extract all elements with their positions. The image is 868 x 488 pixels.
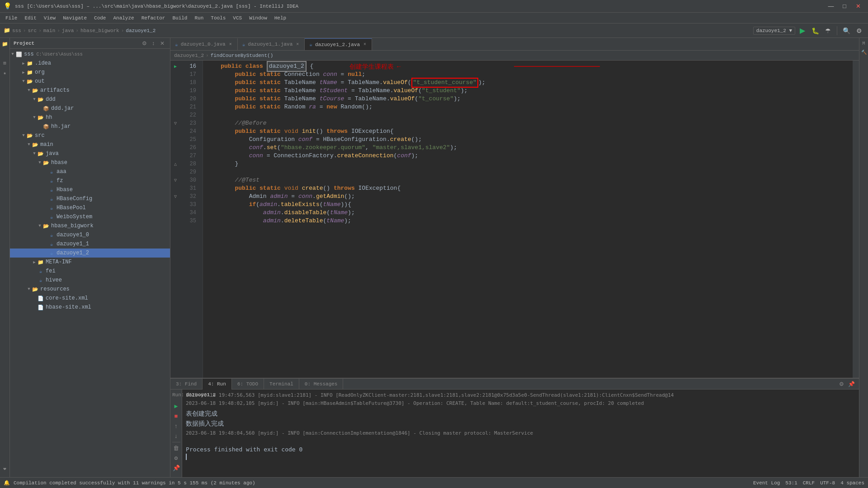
editor-scrollbar[interactable] [853,61,859,378]
left-icon-structure[interactable]: ⊞ [1,59,9,67]
search-everywhere-button[interactable]: 🔍 [841,25,852,36]
tree-item-main[interactable]: ▼ 📂 main [10,140,170,149]
bottom-tab-terminal[interactable]: Terminal [264,379,299,389]
bottom-tab-messages[interactable]: 0: Messages [299,379,344,389]
tree-item-out[interactable]: ▼ 📂 out [10,77,170,86]
tree-item-ddd[interactable]: ▼ 📂 ddd [10,95,170,104]
editor-breadcrumb-method[interactable]: findCourseByStudent() [211,53,274,58]
minimize-button[interactable]: — [825,1,837,11]
status-event-log[interactable]: Event Log [753,480,780,486]
log-line-success1: 表创建完成 [186,409,855,418]
run-scroll-up[interactable]: ↑ [171,421,181,431]
tab-dazuoye1_1[interactable]: ☕ dazuoye1_1.java × [238,38,305,50]
tree-item-src[interactable]: ▼ 📂 src [10,131,170,140]
tree-item-fz[interactable]: ☕ fz [10,176,170,185]
tree-item-hh-jar[interactable]: 📦 hh.jar [10,122,170,131]
tree-item-java[interactable]: ▼ 📂 java [10,149,170,158]
folder-icon: 📂 [37,96,44,103]
run-configuration[interactable]: dazuoye1_2 ▼ [753,27,795,35]
tree-item-Hbase[interactable]: ☕ Hbase [10,185,170,194]
tree-item-hbase[interactable]: ▼ 📂 hbase [10,158,170,167]
left-icon-favorites[interactable]: ❤ [1,465,9,473]
code-editor[interactable]: public class dazuoye1_2 { 创建学生课程表 ← publ… [203,61,853,378]
tree-item-org[interactable]: ▶ 📁 org [10,68,170,77]
status-encoding[interactable]: UTF-8 [820,480,835,486]
tree-item-artifacts[interactable]: ▼ 📂 artifacts [10,86,170,95]
run-output[interactable]: 2023-06-18 19:47:56,563 [myid:slave1:218… [182,389,859,477]
tree-item-fei[interactable]: ☕ fei [10,267,170,276]
close-button[interactable]: ✕ [852,1,864,11]
menu-vcs[interactable]: VCS [229,14,245,22]
menu-view[interactable]: View [40,14,59,22]
panel-pin-btn[interactable]: 📌 [847,380,855,388]
tree-item-sss[interactable]: ▼ ⬜ sss C:\Users\Asus\sss [10,50,170,59]
tree-item-dazuoye1_1[interactable]: ☕ dazuoye1_1 [10,239,170,249]
tree-item-dazuoye1_2[interactable]: ☕ dazuoye1_2 [10,249,170,258]
menu-help[interactable]: Help [271,14,290,22]
run-button[interactable]: ▶ [797,25,808,36]
tree-item-dazuoye1_0[interactable]: ☕ dazuoye1_0 [10,230,170,239]
tree-item-hbase_bigwork[interactable]: ▼ 📂 hbase_bigwork [10,221,170,230]
panel-settings-btn[interactable]: ⚙ [837,380,845,388]
run-rerun-button[interactable]: ▶ [171,401,181,411]
menu-build[interactable]: Build [169,14,191,22]
breadcrumb-hbase_bigwork[interactable]: hbase_bigwork [80,28,119,33]
tree-item-idea[interactable]: ▶ 📁 .idea [10,59,170,68]
menu-refactor[interactable]: Refactor [138,14,169,22]
tree-item-aaa[interactable]: ☕ aaa [10,167,170,176]
coverage-button[interactable]: ☂ [822,25,833,36]
tab-dazuoye1_0[interactable]: ☕ dazuoye1_0.java × [170,38,238,50]
left-icon-bookmarks[interactable]: ★ [1,69,9,77]
editor-breadcrumb-class[interactable]: dazuoye1_2 [174,53,204,58]
tree-item-core-site[interactable]: 📄 core-site.xml [10,294,170,303]
tree-item-META-INF[interactable]: ▶ 📁 META-INF [10,258,170,267]
menu-run[interactable]: Run [191,14,207,22]
breadcrumb-main[interactable]: main [43,28,55,33]
tab-close-button[interactable]: × [295,42,300,47]
bottom-tab-todo[interactable]: 6: TODO [232,379,264,389]
run-settings-button[interactable]: ⚙ [171,453,181,463]
menu-code[interactable]: Code [90,14,109,22]
menu-analyze[interactable]: Analyze [109,14,137,22]
tree-item-ddd-jar[interactable]: 📦 ddd.jar [10,104,170,113]
status-crlf[interactable]: CRLF [803,480,815,486]
tree-item-HBasePool[interactable]: ☕ HBasePool [10,203,170,212]
tree-item-hivee[interactable]: ☕ hivee [10,276,170,285]
tree-item-WeiboSystem[interactable]: ☕ WeiboSystem [10,212,170,221]
run-clear-button[interactable]: 🗑 [171,443,181,453]
tab-close-button[interactable]: × [363,42,367,47]
breadcrumb-src[interactable]: src [28,28,37,33]
bottom-tab-run[interactable]: 4: Run [203,379,232,389]
menu-window[interactable]: Window [245,14,271,22]
menu-edit[interactable]: Edit [21,14,40,22]
tree-label: resources [40,286,70,292]
settings-button[interactable]: ⚙ [854,25,864,36]
breadcrumb-java[interactable]: java [62,28,74,33]
maximize-button[interactable]: □ [838,1,851,11]
left-icon-project[interactable]: 📁 [1,40,9,48]
tab-dazuoye1_2[interactable]: ☕ dazuoye1_2.java × [305,38,372,50]
panel-close-button[interactable]: ✕ [158,39,166,47]
panel-expand-button[interactable]: ↕ [149,39,157,47]
bottom-tab-find[interactable]: 3: Find [170,379,203,389]
tree-item-hh[interactable]: ▼ 📂 hh [10,113,170,122]
debug-button[interactable]: 🐛 [810,25,821,36]
run-pin-button[interactable]: 📌 [171,463,181,473]
breadcrumb-sss[interactable]: sss [12,28,21,33]
right-panel-maven[interactable]: M [860,40,868,47]
menu-file[interactable]: File [2,14,21,22]
panel-settings-button[interactable]: ⚙ [140,39,148,47]
status-indent[interactable]: 4 spaces [840,480,864,486]
run-scroll-down[interactable]: ↓ [171,431,181,441]
run-stop-button[interactable]: ■ [171,411,181,421]
tree-item-resources[interactable]: ▼ 📂 resources [10,285,170,294]
menu-tools[interactable]: Tools [207,14,229,22]
tab-close-button[interactable]: × [228,42,233,47]
status-position[interactable]: 53:1 [785,480,797,486]
breadcrumb-dazuoye1_2[interactable]: dazuoye1_2 [126,28,156,33]
tree-item-hbase-site[interactable]: 📄 hbase-site.xml [10,303,170,312]
tree-arrow [42,205,48,211]
tree-item-HBaseConfig[interactable]: ☕ HBaseConfig [10,194,170,203]
menu-navigate[interactable]: Navigate [59,14,90,22]
right-panel-build[interactable]: 🔨 [860,49,868,56]
